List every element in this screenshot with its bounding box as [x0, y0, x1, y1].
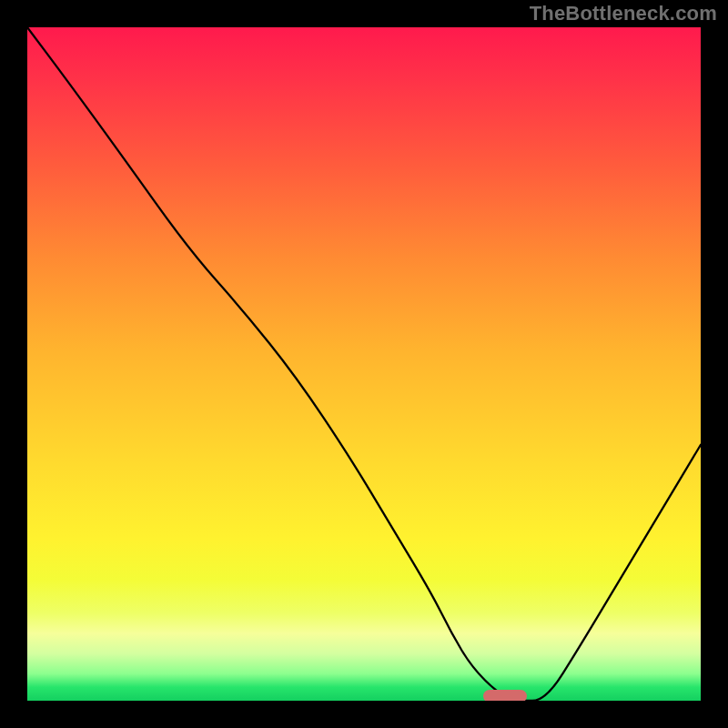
watermark-text: TheBottleneck.com — [530, 2, 717, 25]
chart-container: TheBottleneck.com — [0, 0, 728, 728]
bottleneck-curve — [27, 27, 701, 701]
curve-svg — [27, 27, 701, 701]
plot-area — [27, 27, 701, 701]
optimal-marker — [483, 690, 527, 701]
